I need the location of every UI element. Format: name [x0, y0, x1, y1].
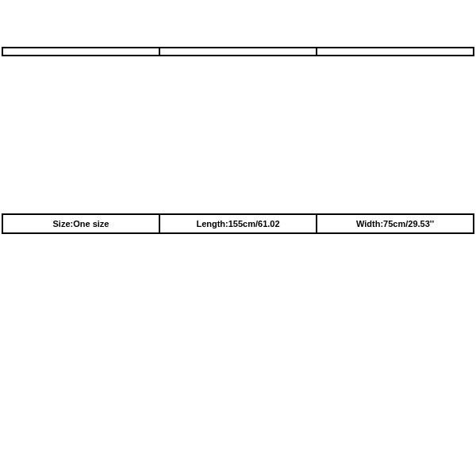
cell-empty-3 — [317, 48, 474, 56]
size-table-header — [2, 47, 474, 56]
cell-length: Length:155cm/61.02 — [159, 214, 317, 233]
cell-size: Size:One size — [2, 214, 159, 233]
cell-empty-1 — [2, 48, 159, 56]
cell-width: Width:75cm/29.53'' — [317, 214, 474, 233]
table-row: Size:One size Length:155cm/61.02 Width:7… — [2, 213, 474, 234]
cell-empty-2 — [159, 48, 317, 56]
size-table: Size:One size Length:155cm/61.02 Width:7… — [2, 213, 474, 234]
table-row — [2, 47, 474, 56]
